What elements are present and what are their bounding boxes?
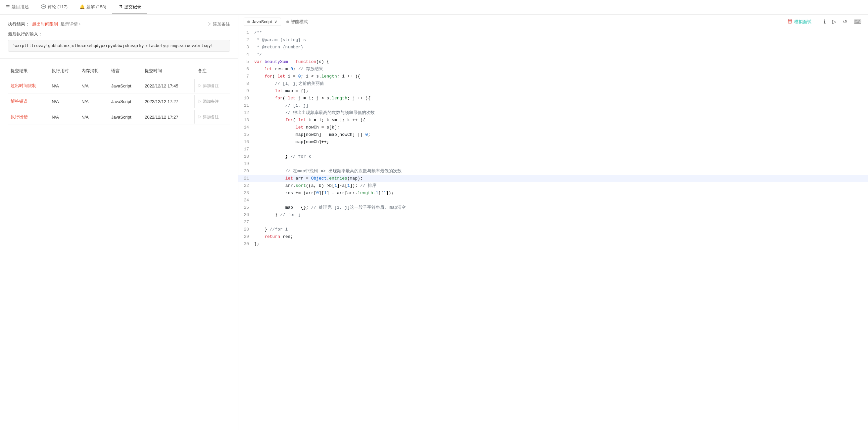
line-content: // [i, j] bbox=[254, 102, 868, 109]
line-number: 11 bbox=[238, 102, 254, 109]
tab-submissions[interactable]: ⏱ 提交记录 bbox=[112, 0, 147, 14]
smart-mode-dot bbox=[286, 21, 289, 23]
row-status-0[interactable]: 超出时间限制 bbox=[10, 83, 36, 88]
language-selector[interactable]: JavaScript ∨ bbox=[244, 18, 281, 26]
row-time-2: N/A bbox=[49, 109, 79, 125]
line-content: } // for j bbox=[254, 211, 868, 219]
line-content: }; bbox=[254, 240, 868, 248]
col-header-memory: 内存消耗 bbox=[79, 64, 108, 78]
line-content: for( let k = i; k <= j; k ++ ){ bbox=[254, 117, 868, 124]
line-number: 2 bbox=[238, 36, 254, 44]
submissions-icon: ⏱ bbox=[118, 4, 123, 9]
line-number: 19 bbox=[238, 160, 254, 168]
code-line: 5 var beautySum = function(s) { bbox=[238, 58, 868, 65]
code-line: 11 // [i, j] bbox=[238, 102, 868, 109]
mock-interview-label: 模拟面试 bbox=[794, 19, 811, 25]
table-row: 执行出错 N/A N/A JavaScript 2022/12/12 17:27… bbox=[8, 109, 230, 125]
code-line: 19 bbox=[238, 160, 868, 168]
code-line: 27 bbox=[238, 219, 868, 226]
exec-status: 超出时间限制 bbox=[32, 21, 58, 27]
line-number: 12 bbox=[238, 109, 254, 117]
refresh-icon[interactable]: ↺ bbox=[841, 17, 848, 26]
row-memory-1: N/A bbox=[79, 94, 108, 109]
line-number: 29 bbox=[238, 233, 254, 240]
exec-input-box: "wxrplttlrovaylgubhahanxjulhocnxehqdypxr… bbox=[8, 40, 230, 52]
table-row: 解答错误 N/A N/A JavaScript 2022/12/12 17:27… bbox=[8, 94, 230, 109]
code-line: 25 map = {}; // 处理完 [i, j]这一段子字符串后, map清… bbox=[238, 204, 868, 211]
line-content: // [i, j]之前的美丽值 bbox=[254, 80, 868, 87]
line-number: 8 bbox=[238, 80, 254, 87]
code-line: 26 } // for j bbox=[238, 211, 868, 219]
line-content: } // for k bbox=[254, 153, 868, 160]
line-number: 17 bbox=[238, 146, 254, 153]
left-panel: 执行结果： 超出时间限制 显示详情 › ▷ 添加备注 最后执行的输入： "wxr… bbox=[0, 15, 238, 430]
code-line: 29 return res; bbox=[238, 233, 868, 240]
code-line: 8 // [i, j]之前的美丽值 bbox=[238, 80, 868, 87]
row-language-2: JavaScript bbox=[108, 109, 142, 125]
exec-detail-link[interactable]: 显示详情 › bbox=[61, 21, 81, 27]
lang-dot bbox=[247, 21, 250, 23]
row-status-1[interactable]: 解答错误 bbox=[10, 99, 28, 104]
line-content: arr.sort((a, b)=>b[1]-a[1]); // 排序 bbox=[254, 182, 868, 190]
table-section: 提交结果 执行用时 内存消耗 语言 提交时间 备注 超出时间限制 N/A N/A… bbox=[0, 59, 238, 130]
code-line: 14 let nowCh = s[k]; bbox=[238, 124, 868, 131]
line-number: 18 bbox=[238, 153, 254, 160]
line-number: 20 bbox=[238, 168, 254, 175]
line-number: 4 bbox=[238, 51, 254, 58]
row-language-1: JavaScript bbox=[108, 94, 142, 109]
line-content: let nowCh = s[k]; bbox=[254, 124, 868, 131]
line-content: let res = 0; // 存放结果 bbox=[254, 65, 868, 73]
code-line: 9 let map = {}; bbox=[238, 87, 868, 95]
code-editor: 1 /** 2 * @param {string} s 3 * @return … bbox=[238, 29, 868, 430]
execution-section: 执行结果： 超出时间限制 显示详情 › ▷ 添加备注 最后执行的输入： "wxr… bbox=[0, 15, 238, 59]
code-line: 18 } // for k bbox=[238, 153, 868, 160]
line-content: for( let i = 0; i < s.length; i ++ ){ bbox=[254, 73, 868, 80]
add-note-btn-0[interactable]: ▷ 添加备注 bbox=[198, 83, 227, 89]
line-content: */ bbox=[254, 51, 868, 58]
tab-description[interactable]: ☰ 题目描述 bbox=[0, 0, 35, 14]
line-number: 5 bbox=[238, 58, 254, 65]
line-content: * @return {number} bbox=[254, 44, 868, 51]
code-line: 16 map[nowCh]++; bbox=[238, 139, 868, 146]
exec-input-label: 最后执行的输入： bbox=[8, 31, 230, 37]
row-submit-time-2: 2022/12/12 17:27 bbox=[142, 109, 193, 125]
line-content: return res; bbox=[254, 233, 868, 240]
line-content: for( let j = i; j < s.length; j ++ ){ bbox=[254, 95, 868, 102]
code-line: 12 // 得出出现频率最高的次数与频率最低的次数 bbox=[238, 109, 868, 117]
line-number: 10 bbox=[238, 95, 254, 102]
col-header-note: 备注 bbox=[195, 64, 230, 78]
code-line: 21 let arr = Object.entries(map); bbox=[238, 175, 868, 182]
row-time-0: N/A bbox=[49, 78, 79, 94]
row-submit-time-1: 2022/12/12 17:27 bbox=[142, 94, 193, 109]
line-content: let map = {}; bbox=[254, 87, 868, 95]
code-line: 13 for( let k = i; k <= j; k ++ ){ bbox=[238, 117, 868, 124]
code-line: 17 bbox=[238, 146, 868, 153]
exec-row: 执行结果： 超出时间限制 显示详情 › ▷ 添加备注 bbox=[8, 21, 230, 27]
col-header-time: 执行用时 bbox=[49, 64, 79, 78]
terminal-icon[interactable]: ⌨ bbox=[852, 17, 863, 26]
solutions-icon: 🔔 bbox=[80, 4, 85, 9]
exec-result-label: 执行结果： bbox=[8, 21, 29, 27]
line-number: 30 bbox=[238, 240, 254, 248]
line-number: 15 bbox=[238, 131, 254, 139]
code-line: 6 let res = 0; // 存放结果 bbox=[238, 65, 868, 73]
code-line: 7 for( let i = 0; i < s.length; i ++ ){ bbox=[238, 73, 868, 80]
line-content: // 在map中找到 => 出现频率最高的次数与频率最低的次数 bbox=[254, 168, 868, 175]
comments-icon: 💬 bbox=[41, 4, 46, 9]
line-number: 7 bbox=[238, 73, 254, 80]
add-note-btn-2[interactable]: ▷ 添加备注 bbox=[198, 114, 227, 120]
code-line: 15 map[nowCh] = map[nowCh] || 0; bbox=[238, 131, 868, 139]
tab-solutions[interactable]: 🔔 题解 (158) bbox=[73, 0, 112, 14]
col-header-submit-time: 提交时间 bbox=[142, 64, 193, 78]
info-icon[interactable]: ℹ bbox=[822, 17, 827, 26]
play-icon[interactable]: ▷ bbox=[831, 17, 838, 26]
submissions-table: 提交结果 执行用时 内存消耗 语言 提交时间 备注 超出时间限制 N/A N/A… bbox=[8, 64, 230, 125]
row-status-2[interactable]: 执行出错 bbox=[10, 114, 28, 119]
mock-interview-btn[interactable]: ⏰ 模拟面试 bbox=[787, 19, 811, 25]
tab-comments[interactable]: 💬 评论 (117) bbox=[35, 0, 73, 14]
description-icon: ☰ bbox=[6, 4, 10, 9]
code-line: 24 bbox=[238, 197, 868, 204]
add-note-btn-1[interactable]: ▷ 添加备注 bbox=[198, 99, 227, 104]
tab-bar: ☰ 题目描述 💬 评论 (117) 🔔 题解 (158) ⏱ 提交记录 bbox=[0, 0, 868, 15]
exec-add-note-btn[interactable]: ▷ 添加备注 bbox=[207, 21, 230, 27]
